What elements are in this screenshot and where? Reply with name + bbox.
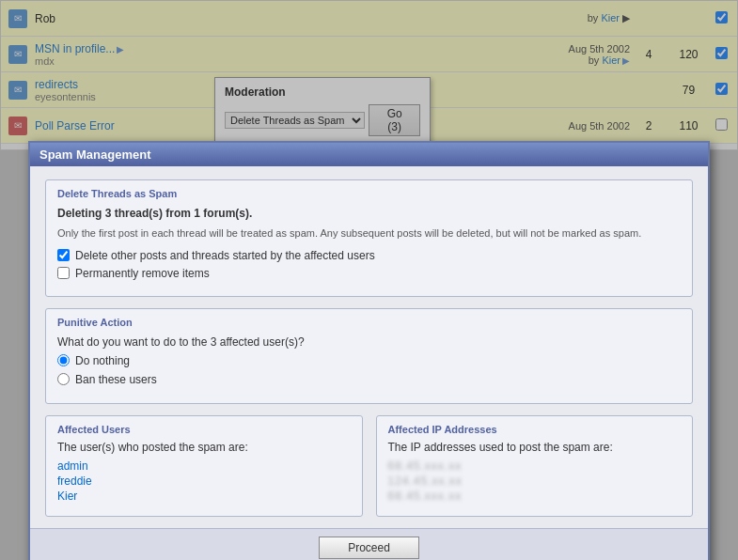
permanently-remove-checkbox[interactable] [57,267,70,279]
do-nothing-label: Do nothing [75,354,130,367]
user-link-kier[interactable]: Kier [57,490,351,503]
ban-users-radio[interactable] [57,373,70,385]
affected-ips-col: Affected IP Addresses The IP addresses u… [376,415,694,517]
checkbox-row-2: Permanently remove items [57,267,681,280]
user-link-freddie[interactable]: freddie [57,474,351,488]
delete-main-strong: Deleting 3 thread(s) from 1 forum(s). [57,207,252,220]
punitive-question: What do you want to do to the 3 affected… [57,334,681,350]
delete-posts-label: Delete other posts and threads started b… [75,249,375,262]
delete-section: Delete Threads as Spam Deleting 3 thread… [45,179,693,297]
affected-users-description: The user(s) who posted the spam are: [57,441,351,454]
delete-description: Only the first post in each thread will … [57,226,681,241]
delete-section-label: Delete Threads as Spam [57,188,681,199]
ip-address-3: 68.45.xxx.xx [388,490,682,503]
radio-row-2: Ban these users [57,373,681,386]
affected-ips-description: The IP addresses used to post the spam a… [388,441,682,454]
do-nothing-radio[interactable] [57,354,70,366]
affected-ips-label: Affected IP Addresses [388,424,682,435]
modal-body: Delete Threads as Spam Deleting 3 thread… [30,166,708,528]
ban-users-label: Ban these users [75,373,157,386]
two-col-section: Affected Users The user(s) who posted th… [45,415,693,517]
checkbox-row-1: Delete other posts and threads started b… [57,249,681,262]
modal-header: Spam Management [30,143,708,166]
delete-main-text: Deleting 3 thread(s) from 1 forum(s). [57,205,681,222]
proceed-button[interactable]: Proceed [319,537,419,559]
ip-address-1: 68.45.xxx.xx [388,459,682,473]
punitive-section-label: Punitive Action [57,317,681,328]
modal-footer: Proceed [30,528,708,561]
spam-management-modal: Spam Management Delete Threads as Spam D… [28,141,710,560]
user-link-admin[interactable]: admin [57,459,351,473]
delete-posts-checkbox[interactable] [57,249,70,261]
affected-users-col: Affected Users The user(s) who posted th… [45,415,363,517]
affected-users-label: Affected Users [57,424,351,435]
modal-title: Spam Management [39,148,150,162]
ip-address-2: 124.45.xx.xx [388,474,682,488]
radio-row-1: Do nothing [57,354,681,367]
punitive-section: Punitive Action What do you want to do t… [45,308,693,404]
permanently-remove-label: Permanently remove items [75,267,210,280]
